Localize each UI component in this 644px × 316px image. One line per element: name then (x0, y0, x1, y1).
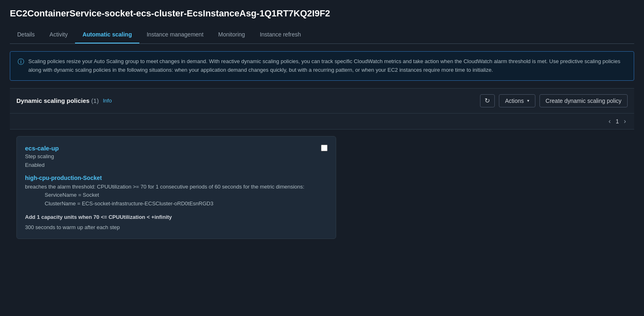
page-number: 1 (616, 118, 619, 125)
section-header-left: Dynamic scaling policies (1) Info (16, 97, 112, 104)
tab-details[interactable]: Details (10, 27, 42, 43)
policy-name: ecs-cale-up (25, 145, 59, 152)
tab-instance-management[interactable]: Instance management (139, 27, 211, 43)
dimension1: ServiceName = Socket (45, 191, 99, 200)
policy-card-header: ecs-cale-up Step scaling Enabled (25, 145, 328, 175)
policy-warmup: 300 seconds to warm up after each step (25, 224, 328, 230)
chevron-down-icon: ▾ (527, 98, 529, 103)
section-header-right: ↻ Actions ▾ Create dynamic scaling polic… (480, 94, 628, 107)
policies-content: ecs-cale-up Step scaling Enabled high-cp… (10, 130, 634, 246)
section-header: Dynamic scaling policies (1) Info ↻ Acti… (10, 88, 634, 114)
create-scaling-policy-button[interactable]: Create dynamic scaling policy (539, 94, 628, 107)
prev-page-button[interactable]: ‹ (607, 117, 612, 126)
page-wrapper: EC2ContainerService-socket-ecs-cluster-E… (0, 0, 644, 254)
next-page-button[interactable]: › (622, 117, 628, 126)
alarm-name: high-cpu-production-Socket (25, 175, 328, 181)
tab-instance-refresh[interactable]: Instance refresh (253, 27, 308, 43)
section-title: Dynamic scaling policies (1) (16, 97, 99, 104)
info-banner: ⓘ Scaling policies resize your Auto Scal… (10, 51, 634, 81)
refresh-button[interactable]: ↻ (480, 94, 495, 107)
policy-type: Step scaling (25, 153, 59, 159)
info-circle-icon: ⓘ (18, 58, 24, 66)
pagination-area: ‹ 1 › (10, 114, 634, 130)
page-title: EC2ContainerService-socket-ecs-cluster-E… (10, 8, 634, 19)
policy-status: Enabled (25, 162, 59, 168)
policy-select-checkbox[interactable] (321, 145, 328, 151)
actions-button[interactable]: Actions ▾ (499, 94, 535, 107)
alarm-description: breaches the alarm threshold: CPUUtiliza… (25, 183, 328, 208)
section-count: (1) (91, 97, 99, 104)
refresh-icon: ↻ (485, 97, 490, 105)
tab-automatic-scaling[interactable]: Automatic scaling (75, 27, 139, 43)
info-link[interactable]: Info (103, 98, 112, 104)
tab-monitoring[interactable]: Monitoring (211, 27, 252, 43)
tab-activity[interactable]: Activity (42, 27, 75, 43)
actions-label: Actions (505, 98, 524, 104)
tabs-bar: Details Activity Automatic scaling Insta… (10, 27, 634, 44)
info-banner-text: Scaling policies resize your Auto Scalin… (28, 57, 626, 75)
policy-info: ecs-cale-up Step scaling Enabled (25, 145, 59, 175)
policy-action: Add 1 capacity units when 70 <= CPUUtili… (25, 214, 328, 220)
dimension2: ClusterName = ECS-socket-infrastructure-… (45, 200, 213, 208)
policy-card: ecs-cale-up Step scaling Enabled high-cp… (16, 136, 336, 239)
